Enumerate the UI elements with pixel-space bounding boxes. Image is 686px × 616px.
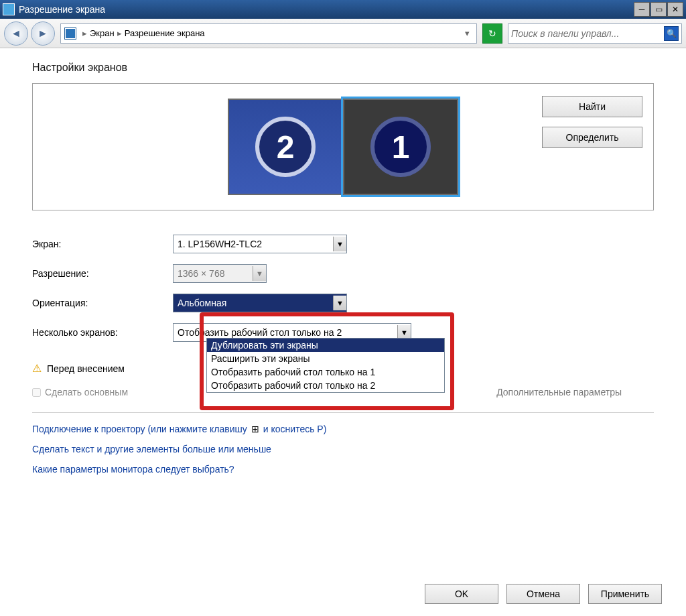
search-box[interactable]: 🔍	[508, 23, 682, 44]
monitor-1[interactable]: 1	[343, 99, 458, 195]
chevron-icon: ▸	[117, 28, 122, 38]
back-button[interactable]: ◄	[4, 21, 28, 46]
multi-option-duplicate[interactable]: Дублировать эти экраны	[207, 338, 444, 352]
minimize-button[interactable]: ─	[634, 2, 650, 17]
orientation-label: Ориентация:	[32, 298, 173, 308]
refresh-button[interactable]: ↻	[482, 23, 502, 44]
chevron-down-icon[interactable]: ▼	[333, 296, 346, 310]
resolution-dropdown[interactable]: 1366 × 768 ▼	[173, 264, 267, 283]
chevron-down-icon[interactable]: ▼	[253, 266, 266, 281]
multi-option-only1[interactable]: Отобразить рабочий стол только на 1	[207, 365, 444, 379]
primary-checkbox[interactable]	[32, 388, 41, 397]
projector-link-post: и коснитесь P)	[263, 424, 327, 434]
warning-icon: ⚠	[32, 362, 42, 375]
breadcrumb-level2[interactable]: Разрешение экрана	[125, 28, 205, 38]
orientation-dropdown[interactable]: Альбомная ▼	[173, 294, 347, 312]
display-value: 1. LP156WH2-TLC2	[178, 239, 333, 249]
cancel-button[interactable]: Отмена	[506, 584, 580, 604]
find-button[interactable]: Найти	[542, 96, 642, 117]
toolbar: ◄ ► ▸ Экран ▸ Разрешение экрана ▾ ↻ 🔍	[0, 19, 686, 48]
multi-displays-options: Дублировать эти экраны Расширить эти экр…	[206, 338, 445, 393]
windows-key-icon: ⊞	[251, 424, 259, 434]
forward-button[interactable]: ►	[31, 21, 55, 46]
multi-option-extend[interactable]: Расширить эти экраны	[207, 352, 444, 365]
display-label: Экран:	[32, 239, 173, 249]
textsizing-link[interactable]: Сделать текст и другие элементы больше и…	[32, 444, 654, 454]
display-dropdown[interactable]: 1. LP156WH2-TLC2 ▼	[173, 235, 347, 253]
footer-buttons: OK Отмена Применить	[425, 584, 662, 604]
monitor-2[interactable]: 2	[228, 99, 343, 195]
resolution-label: Разрешение:	[32, 268, 173, 279]
primary-checkbox-label: Сделать основным	[45, 387, 128, 397]
maximize-button[interactable]: ▭	[650, 2, 667, 17]
display-preview: 2 1 Найти Определить	[32, 83, 654, 210]
advanced-settings-link[interactable]: Дополнительные параметры	[496, 387, 622, 397]
identify-button[interactable]: Определить	[542, 127, 642, 148]
ok-button[interactable]: OK	[425, 584, 498, 604]
multi-option-only2[interactable]: Отобразить рабочий стол только на 2	[207, 379, 444, 392]
warning-text-pre: Перед внесением	[47, 363, 125, 374]
monitor-badge-1: 1	[370, 117, 431, 177]
which-settings-link[interactable]: Какие параметры монитора следует выбрать…	[32, 464, 654, 475]
resolution-value: 1366 × 768	[178, 268, 253, 279]
chevron-down-icon[interactable]: ▼	[333, 237, 346, 251]
divider	[32, 412, 654, 413]
chevron-down-icon[interactable]: ▾	[465, 28, 470, 38]
search-input[interactable]	[511, 28, 664, 39]
apply-button[interactable]: Применить	[588, 584, 662, 604]
close-button[interactable]: ✕	[667, 2, 683, 17]
projector-link-pre: Подключение к проектору (или нажмите кла…	[32, 424, 247, 434]
main-content: Настройки экранов 2 1 Найти Определить Э…	[0, 48, 686, 475]
breadcrumb-level1[interactable]: Экран	[90, 28, 115, 38]
address-bar[interactable]: ▸ Экран ▸ Разрешение экрана ▾	[60, 23, 477, 44]
orientation-value: Альбомная	[178, 298, 333, 308]
display-icon	[65, 28, 76, 39]
app-icon	[3, 3, 15, 15]
chevron-icon: ▸	[82, 28, 87, 38]
multi-displays-value: Отобразить рабочий стол только на 2	[178, 327, 397, 338]
monitor-badge-2: 2	[255, 117, 316, 177]
search-icon[interactable]: 🔍	[664, 26, 679, 41]
page-title: Настройки экранов	[32, 62, 654, 74]
window-title: Разрешение экрана	[19, 4, 633, 15]
titlebar: Разрешение экрана ─ ▭ ✕	[0, 0, 686, 19]
projector-link[interactable]: Подключение к проектору (или нажмите кла…	[32, 424, 654, 434]
multi-displays-label: Несколько экранов:	[32, 327, 173, 338]
